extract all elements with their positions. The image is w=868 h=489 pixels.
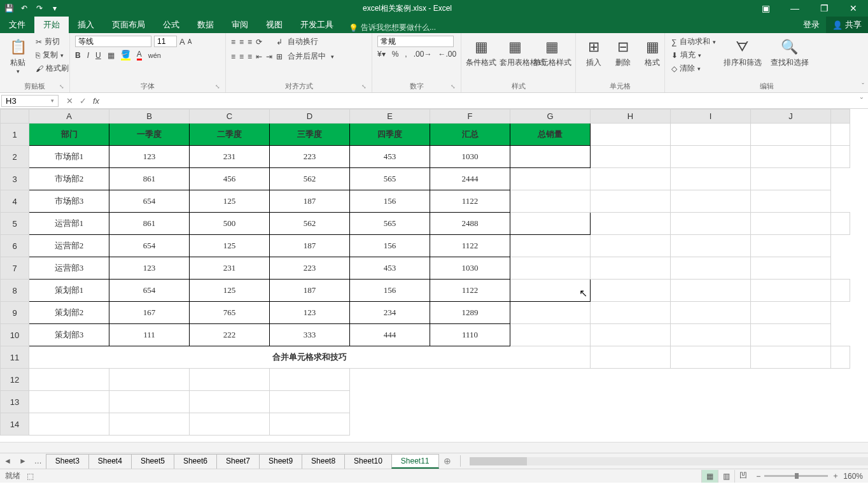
column-header[interactable]: F <box>430 110 510 124</box>
expand-formula-bar-icon[interactable]: ˇ <box>855 96 868 106</box>
cell[interactable] <box>671 280 751 302</box>
cell[interactable] <box>109 369 190 391</box>
cell[interactable] <box>190 391 270 413</box>
cell[interactable]: 333 <box>270 324 350 346</box>
align-middle-icon[interactable]: ≡ <box>239 38 244 46</box>
dialog-launcher-icon[interactable]: ⤡ <box>59 83 64 90</box>
row-header[interactable]: 2 <box>1 146 29 168</box>
cell[interactable] <box>591 124 671 146</box>
tab-view[interactable]: 视图 <box>257 17 291 33</box>
cell[interactable] <box>29 391 109 413</box>
table-header-cell[interactable]: 总销量 <box>510 124 591 146</box>
cell[interactable]: 861 <box>109 213 190 235</box>
table-header-cell[interactable]: 二季度 <box>190 124 270 146</box>
cell[interactable] <box>591 280 671 302</box>
cell[interactable]: 565 <box>350 168 430 190</box>
cell[interactable]: 456 <box>190 168 270 190</box>
row-header[interactable]: 1 <box>1 124 29 146</box>
qat-more-icon[interactable]: ▾ <box>50 3 60 13</box>
fx-icon[interactable]: fx <box>93 96 99 106</box>
cell[interactable] <box>510 235 591 257</box>
sheet-tab[interactable]: Sheet9 <box>259 454 302 469</box>
column-header[interactable]: I <box>671 110 751 124</box>
merged-title-cell[interactable]: 合并单元格求和技巧 <box>29 346 591 369</box>
cell[interactable] <box>671 213 751 235</box>
dialog-launcher-icon[interactable]: ⤡ <box>215 83 220 90</box>
cell[interactable] <box>591 324 671 346</box>
cell[interactable] <box>671 235 751 257</box>
cell[interactable]: 策划部3 <box>29 324 109 346</box>
number-format-select[interactable] <box>377 36 454 47</box>
cell[interactable]: 562 <box>270 168 350 190</box>
tab-home[interactable]: 开始 <box>34 17 69 33</box>
chevron-down-icon[interactable]: ▾ <box>51 97 54 104</box>
cell[interactable]: 111 <box>109 324 190 346</box>
find-select-button[interactable]: 🔍查找和选择 <box>768 36 811 69</box>
fill-color-button[interactable]: 🪣 <box>121 50 130 60</box>
cell[interactable] <box>671 168 751 190</box>
column-header[interactable]: A <box>29 110 109 124</box>
sheet-nav-next-icon[interactable]: ► <box>15 457 31 465</box>
cell[interactable]: 125 <box>190 280 270 302</box>
cell[interactable] <box>751 146 831 168</box>
row-header[interactable]: 11 <box>1 346 29 369</box>
sheet-tab[interactable]: Sheet7 <box>216 454 260 469</box>
cell[interactable] <box>591 257 671 280</box>
cell[interactable]: 187 <box>270 280 350 302</box>
cell[interactable]: 231 <box>190 257 270 280</box>
cell[interactable]: 654 <box>109 280 190 302</box>
sheet-nav-prev-icon[interactable]: ◄ <box>0 457 15 465</box>
cell[interactable]: 市场部2 <box>29 168 109 190</box>
cell[interactable]: 223 <box>270 146 350 168</box>
column-header[interactable]: C <box>190 110 270 124</box>
cell[interactable]: 453 <box>350 146 430 168</box>
decrease-decimal-icon[interactable]: ←.00 <box>438 50 456 59</box>
horizontal-scroll-track[interactable] <box>470 457 868 465</box>
dialog-launcher-icon[interactable]: ⤡ <box>451 83 456 90</box>
cell[interactable]: 234 <box>350 302 430 324</box>
sheet-tab[interactable]: Sheet6 <box>174 454 217 469</box>
column-header[interactable]: B <box>109 110 190 124</box>
cell[interactable]: 1122 <box>430 190 510 213</box>
tell-me[interactable]: 💡告诉我您想要做什么... <box>342 22 436 33</box>
cancel-icon[interactable]: ✕ <box>66 96 73 106</box>
percent-icon[interactable]: % <box>392 50 399 59</box>
column-header[interactable]: E <box>350 110 430 124</box>
page-layout-view-icon[interactable]: ▥ <box>718 470 734 483</box>
cell[interactable]: 654 <box>109 190 190 213</box>
new-sheet-button[interactable]: ⊕ <box>438 456 456 466</box>
clear-button[interactable]: ◇清除▾ <box>670 62 717 74</box>
cell[interactable]: 123 <box>109 146 190 168</box>
fill-button[interactable]: ⬇填充▾ <box>670 49 717 61</box>
dialog-launcher-icon[interactable]: ⤡ <box>361 83 367 90</box>
row-header[interactable]: 10 <box>1 324 29 346</box>
cell[interactable]: 125 <box>190 190 270 213</box>
cell[interactable]: 222 <box>190 324 270 346</box>
cell[interactable]: 453 <box>350 257 430 280</box>
font-color-button[interactable]: A <box>137 50 142 60</box>
close-icon[interactable]: ✕ <box>839 0 868 17</box>
cell[interactable]: 运营部2 <box>29 235 109 257</box>
row-header[interactable]: 9 <box>1 302 29 324</box>
cell[interactable]: 1030 <box>430 257 510 280</box>
cell[interactable]: 156 <box>350 235 430 257</box>
tab-developer[interactable]: 开发工具 <box>291 17 342 33</box>
align-top-icon[interactable]: ≡ <box>231 38 235 46</box>
minimize-icon[interactable]: — <box>780 0 809 17</box>
orientation-icon[interactable]: ⟳ <box>256 38 262 46</box>
zoom-in-icon[interactable]: ＋ <box>832 471 839 481</box>
sheet-overflow-icon[interactable]: … <box>31 457 46 465</box>
table-header-cell[interactable]: 四季度 <box>350 124 430 146</box>
row-header[interactable]: 14 <box>1 413 29 436</box>
sheet-tab[interactable]: Sheet3 <box>46 454 89 469</box>
tab-data[interactable]: 数据 <box>188 17 223 33</box>
cell[interactable] <box>671 146 751 168</box>
table-header-cell[interactable]: 三季度 <box>270 124 350 146</box>
cell[interactable]: 2488 <box>430 213 510 235</box>
cell[interactable] <box>29 413 109 436</box>
merged-cell[interactable] <box>510 213 591 235</box>
cell[interactable]: 654 <box>109 235 190 257</box>
cell[interactable]: 123 <box>109 257 190 280</box>
collapse-ribbon-icon[interactable]: ˇ <box>862 82 864 90</box>
cell[interactable]: 565 <box>350 213 430 235</box>
